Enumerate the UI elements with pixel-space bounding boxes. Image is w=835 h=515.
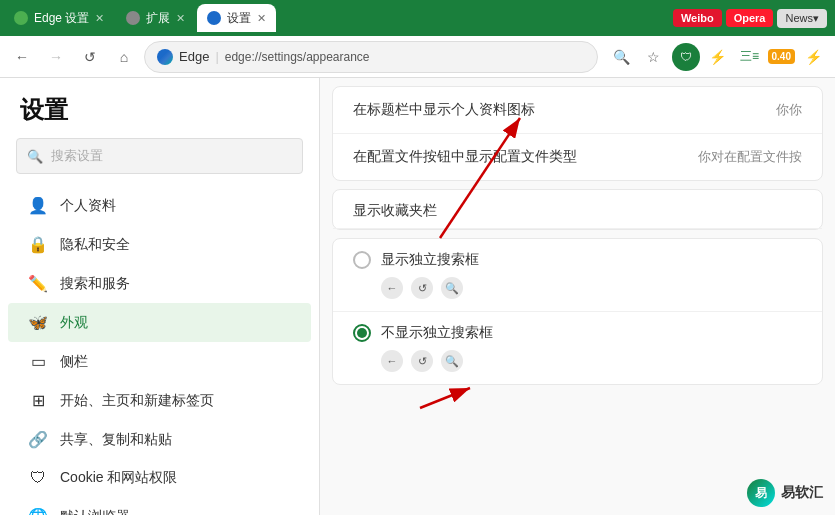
row-value-profile-type: 你对在配置文件按	[698, 148, 802, 166]
watermark-logo-text: 易	[755, 485, 767, 502]
search-placeholder: 搜索设置	[51, 147, 103, 165]
main-layout: 设置 🔍 搜索设置 👤 个人资料 🔒 隐私和安全 ✏️ 搜索和服务 🦋 外观 ▭…	[0, 78, 835, 515]
start-icon: ⊞	[28, 391, 48, 410]
sidebar-item-label: Cookie 和网站权限	[60, 469, 177, 487]
news-button[interactable]: News▾	[777, 9, 827, 28]
tab-close-ext[interactable]: ✕	[176, 12, 185, 25]
svg-line-2	[420, 388, 470, 408]
favorites-icon[interactable]: ☆	[640, 43, 668, 71]
row-label-profile-icon: 在标题栏中显示个人资料图标	[353, 101, 776, 119]
tab-label-settings: 设置	[227, 10, 251, 27]
address-bar[interactable]: Edge | edge://settings/appearance	[144, 41, 598, 73]
tab-label: Edge 设置	[34, 10, 89, 27]
address-separator: |	[215, 49, 218, 64]
refresh-button[interactable]: ↺	[76, 43, 104, 71]
radio-section-search: 显示独立搜索框 ← ↺ 🔍 不显示独立搜索框 ← ↺ 🔍	[332, 238, 823, 385]
tab-edge-settings[interactable]: Edge 设置 ✕	[4, 4, 114, 32]
sidebar-item-search[interactable]: ✏️ 搜索和服务	[8, 264, 311, 303]
sidebar-item-label: 侧栏	[60, 353, 88, 371]
row-label-profile-type: 在配置文件按钮中显示配置文件类型	[353, 148, 698, 166]
address-domain: Edge	[179, 49, 209, 64]
sidebar-item-sidebar[interactable]: ▭ 侧栏	[8, 342, 311, 381]
tab-close-edge[interactable]: ✕	[95, 12, 104, 25]
tab-bar: Edge 设置 ✕ 扩展 ✕ 设置 ✕ Weibo Opera News▾	[0, 0, 835, 36]
sidebar-item-appearance[interactable]: 🦋 外观	[8, 303, 311, 342]
sidebar-item-label: 隐私和安全	[60, 236, 130, 254]
share-icon: 🔗	[28, 430, 48, 449]
sidebar-item-default-browser[interactable]: 🌐 默认浏览器	[8, 497, 311, 515]
back-button[interactable]: ←	[8, 43, 36, 71]
lock-icon: 🔒	[28, 235, 48, 254]
radio-top-hide: 不显示独立搜索框	[353, 324, 802, 342]
tab-settings[interactable]: 设置 ✕	[197, 4, 276, 32]
edge-logo-icon	[157, 49, 173, 65]
radio-circle-show[interactable]	[353, 251, 371, 269]
radio-search-icon-2: 🔍	[441, 350, 463, 372]
sidebar-item-cookies[interactable]: 🛡 Cookie 和网站权限	[8, 459, 311, 497]
opera-button[interactable]: Opera	[726, 9, 774, 27]
radio-refresh-icon-2: ↺	[411, 350, 433, 372]
content-row-profile-icon: 在标题栏中显示个人资料图标 你你	[333, 87, 822, 134]
section-header-favorites: 显示收藏夹栏	[333, 190, 822, 229]
search-box[interactable]: 🔍 搜索设置	[16, 138, 303, 174]
radio-top-show: 显示独立搜索框	[353, 251, 802, 269]
watermark-logo: 易	[747, 479, 775, 507]
cookie-icon: 🛡	[28, 469, 48, 487]
sidebar-item-label: 开始、主页和新建标签页	[60, 392, 214, 410]
toolbar-icons: 🔍 ☆ 🛡 ⚡ 三≡ 0.40 ⚡	[608, 43, 827, 71]
ext-counter-badge: 0.40	[768, 49, 795, 64]
radio-back-icon-2: ←	[381, 350, 403, 372]
home-button[interactable]: ⌂	[110, 43, 138, 71]
radio-label-hide: 不显示独立搜索框	[381, 324, 493, 342]
translate-icon[interactable]: 三≡	[736, 43, 764, 71]
forward-button[interactable]: →	[42, 43, 70, 71]
shield-icon[interactable]: 🛡	[672, 43, 700, 71]
radio-option-show-search[interactable]: 显示独立搜索框 ← ↺ 🔍	[333, 239, 822, 312]
sidebar-item-start[interactable]: ⊞ 开始、主页和新建标签页	[8, 381, 311, 420]
content-section-favorites: 显示收藏夹栏	[332, 189, 823, 230]
more-tools-icon[interactable]: ⚡	[799, 43, 827, 71]
radio-option-hide-search[interactable]: 不显示独立搜索框 ← ↺ 🔍	[333, 312, 822, 384]
tab-close-settings[interactable]: ✕	[257, 12, 266, 25]
sidebar-item-profile[interactable]: 👤 个人资料	[8, 186, 311, 225]
sidebar-icon: ▭	[28, 352, 48, 371]
tab-favicon-settings	[207, 11, 221, 25]
sidebar-item-label: 个人资料	[60, 197, 116, 215]
tab-label-ext: 扩展	[146, 10, 170, 27]
toolbar: ← → ↺ ⌂ Edge | edge://settings/appearanc…	[0, 36, 835, 78]
radio-back-icon: ←	[381, 277, 403, 299]
content-section-profile: 在标题栏中显示个人资料图标 你你 在配置文件按钮中显示配置文件类型 你对在配置文…	[332, 86, 823, 181]
globe-icon: 🌐	[28, 507, 48, 515]
radio-icons-hide: ← ↺ 🔍	[381, 350, 802, 372]
watermark: 易 易软汇	[747, 479, 823, 507]
sidebar-item-label: 默认浏览器	[60, 508, 130, 516]
row-value-profile-icon: 你你	[776, 101, 802, 119]
sidebar-title: 设置	[0, 78, 319, 138]
sidebar-item-privacy[interactable]: 🔒 隐私和安全	[8, 225, 311, 264]
profile-icon: 👤	[28, 196, 48, 215]
content-area: 在标题栏中显示个人资料图标 你你 在配置文件按钮中显示配置文件类型 你对在配置文…	[320, 78, 835, 515]
weibo-button[interactable]: Weibo	[673, 9, 722, 27]
tab-favicon-edge	[14, 11, 28, 25]
sidebar-item-label: 搜索和服务	[60, 275, 130, 293]
radio-search-icon: 🔍	[441, 277, 463, 299]
content-row-profile-type: 在配置文件按钮中显示配置文件类型 你对在配置文件按	[333, 134, 822, 180]
radio-circle-hide[interactable]	[353, 324, 371, 342]
watermark-text: 易软汇	[781, 484, 823, 502]
tab-extensions[interactable]: 扩展 ✕	[116, 4, 195, 32]
radio-refresh-icon: ↺	[411, 277, 433, 299]
search-icon: 🔍	[27, 149, 43, 164]
radio-icons-show: ← ↺ 🔍	[381, 277, 802, 299]
radio-label-show: 显示独立搜索框	[381, 251, 479, 269]
search-icon-btn[interactable]: 🔍	[608, 43, 636, 71]
sidebar-item-label: 共享、复制和粘贴	[60, 431, 172, 449]
sidebar-item-share[interactable]: 🔗 共享、复制和粘贴	[8, 420, 311, 459]
tab-favicon-ext	[126, 11, 140, 25]
address-url: edge://settings/appearance	[225, 50, 370, 64]
sidebar-item-label: 外观	[60, 314, 88, 332]
sidebar: 设置 🔍 搜索设置 👤 个人资料 🔒 隐私和安全 ✏️ 搜索和服务 🦋 外观 ▭…	[0, 78, 320, 515]
lightning-icon[interactable]: ⚡	[704, 43, 732, 71]
pencil-icon: ✏️	[28, 274, 48, 293]
appearance-icon: 🦋	[28, 313, 48, 332]
